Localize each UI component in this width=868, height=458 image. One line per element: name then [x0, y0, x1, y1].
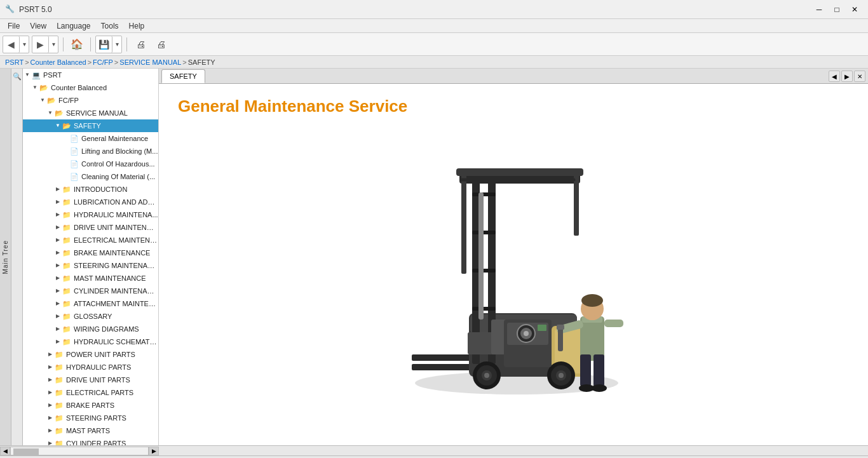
- tree-toggle-attachment[interactable]: ▶: [53, 299, 62, 308]
- tree-toggle-power-unit-parts[interactable]: ▶: [46, 350, 55, 359]
- tree-item-introduction[interactable]: ▶📁INTRODUCTION: [23, 183, 158, 196]
- tree-panel[interactable]: ▼💻PSRT▼📂Counter Balanced▼📂FC/FP▼📂SERVICE…: [23, 69, 158, 445]
- print2-button[interactable]: 🖨: [152, 36, 170, 53]
- forward-dropdown-button[interactable]: ▾: [49, 36, 58, 53]
- tree-toggle-psrt[interactable]: ▼: [23, 71, 32, 79]
- tree-item-brake-parts[interactable]: ▶📁BRAKE PARTS: [23, 399, 158, 412]
- tree-item-safety[interactable]: ▼📂SAFETY: [23, 119, 158, 132]
- tree-item-mast-parts[interactable]: ▶📁MAST PARTS: [23, 424, 158, 437]
- back-button[interactable]: ◀: [3, 36, 20, 53]
- svg-rect-12: [472, 307, 496, 311]
- menu-tools[interactable]: Tools: [96, 20, 124, 32]
- tree-toggle-cylinder-parts[interactable]: ▶: [46, 439, 55, 445]
- tree-item-lifting-blocking[interactable]: 📄Lifting and Blocking (M...: [23, 145, 158, 158]
- tree-toggle-mast[interactable]: ▶: [53, 274, 62, 283]
- tree-item-general-maintenance[interactable]: 📄General Maintenance: [23, 132, 158, 145]
- tree-toggle-electrical[interactable]: ▶: [53, 236, 62, 245]
- tree-item-drive-unit-parts[interactable]: ▶📁DRIVE UNIT PARTS: [23, 374, 158, 386]
- tree-toggle-brake-parts[interactable]: ▶: [46, 401, 55, 410]
- tree-item-attachment[interactable]: ▶📁ATTACHMENT MAINTENA...: [23, 297, 158, 310]
- tree-toggle-brake[interactable]: ▶: [53, 248, 62, 257]
- h-scroll-left[interactable]: ◀ ▶: [0, 447, 159, 455]
- tree-toggle-steering-parts[interactable]: ▶: [46, 414, 55, 422]
- tree-toggle-mast-parts[interactable]: ▶: [46, 426, 55, 435]
- tree-item-lubrication[interactable]: ▶📁LUBRICATION AND ADJU...: [23, 196, 158, 208]
- scroll-right-button[interactable]: ▶: [149, 447, 159, 455]
- tree-item-power-unit-parts[interactable]: ▶📁POWER UNIT PARTS: [23, 348, 158, 361]
- tree-toggle-cylinder-maint[interactable]: ▶: [53, 286, 62, 295]
- tree-item-fc-fp[interactable]: ▼📂FC/FP: [23, 94, 158, 107]
- tree-item-cylinder-parts[interactable]: ▶📁CYLINDER PARTS: [23, 437, 158, 445]
- tree-item-electrical[interactable]: ▶📁ELECTRICAL MAINTENA...: [23, 234, 158, 246]
- breadcrumb-counter-balanced[interactable]: Counter Balanced: [31, 58, 86, 66]
- tree-toggle-counter-balanced[interactable]: ▼: [31, 83, 39, 92]
- tree-item-service-manual[interactable]: ▼📂SERVICE MANUAL: [23, 107, 158, 119]
- save-dropdown-button[interactable]: ▾: [112, 36, 121, 53]
- tree-label-drive-unit-parts: DRIVE UNIT PARTS: [66, 375, 130, 385]
- tree-toggle-service-manual[interactable]: ▼: [46, 109, 55, 118]
- tree-item-steering-parts[interactable]: ▶📁STEERING PARTS: [23, 412, 158, 424]
- tree-toggle-electrical-parts[interactable]: ▶: [46, 388, 55, 397]
- left-panel: Main Tree 🔍 ▼💻PSRT▼📂Counter Balanced▼📂FC…: [0, 69, 159, 445]
- tree-toggle-hydraulic-parts[interactable]: ▶: [46, 363, 55, 372]
- home-button[interactable]: 🏠: [68, 36, 86, 53]
- svg-rect-40: [604, 320, 623, 327]
- save-button[interactable]: 💾: [96, 36, 112, 53]
- tree-item-mast[interactable]: ▶📁MAST MAINTENANCE: [23, 272, 158, 285]
- tree-toggle-lubrication[interactable]: ▶: [53, 198, 62, 206]
- tree-toggle-hydraulic-maint[interactable]: ▶: [53, 210, 62, 219]
- tree-toggle-hydraulic-schema[interactable]: ▶: [53, 337, 62, 346]
- minimize-button[interactable]: ─: [811, 3, 827, 16]
- tree-item-counter-balanced[interactable]: ▼📂Counter Balanced: [23, 81, 158, 94]
- close-button[interactable]: ✕: [846, 3, 863, 16]
- tree-toggle-glossary[interactable]: ▶: [53, 312, 62, 321]
- tree-item-steering[interactable]: ▶📁STEERING MAINTENANC...: [23, 259, 158, 272]
- tree-label-fc-fp: FC/FP: [58, 95, 79, 105]
- menu-language[interactable]: Language: [51, 20, 95, 32]
- svg-rect-18: [478, 192, 484, 320]
- breadcrumb-service-manual[interactable]: SERVICE MANUAL: [119, 58, 181, 66]
- tree-toggle-safety[interactable]: ▼: [53, 121, 62, 130]
- tree-item-brake[interactable]: ▶📁BRAKE MAINTENANCE: [23, 246, 158, 259]
- separator-3: [126, 37, 127, 51]
- scroll-left-button[interactable]: ◀: [0, 447, 10, 455]
- tree-item-control-hazardous[interactable]: 📄Control Of Hazardous...: [23, 158, 158, 170]
- tab-back-button[interactable]: ◀: [829, 71, 840, 82]
- tree-item-cylinder-maint[interactable]: ▶📁CYLINDER MAINTENANC...: [23, 285, 158, 297]
- tab-safety[interactable]: SAFETY: [161, 69, 205, 83]
- h-scroll-track: [10, 447, 149, 455]
- tab-forward-button[interactable]: ▶: [841, 71, 853, 82]
- search-panel-button[interactable]: 🔍: [12, 71, 22, 81]
- tree-toggle-steering[interactable]: ▶: [53, 261, 62, 270]
- menu-file[interactable]: File: [3, 20, 25, 32]
- back-dropdown-button[interactable]: ▾: [20, 36, 29, 53]
- tree-item-psrt[interactable]: ▼💻PSRT: [23, 69, 158, 81]
- tree-item-hydraulic-schema[interactable]: ▶📁HYDRAULIC SCHEMATIC...: [23, 335, 158, 348]
- breadcrumb-psrt[interactable]: PSRT: [5, 58, 24, 66]
- forward-button[interactable]: ▶: [32, 36, 49, 53]
- tree-toggle-drive-unit-parts[interactable]: ▶: [46, 375, 55, 384]
- tree-toggle-fc-fp[interactable]: ▼: [38, 96, 47, 105]
- tree-toggle-drive-unit[interactable]: ▶: [53, 223, 62, 232]
- menu-help[interactable]: Help: [124, 20, 150, 32]
- tree-item-wiring[interactable]: ▶📁WIRING DIAGRAMS: [23, 323, 158, 335]
- tree-label-brake: BRAKE MAINTENANCE: [74, 248, 150, 258]
- tree-item-electrical-parts[interactable]: ▶📁ELECTRICAL PARTS: [23, 386, 158, 399]
- tree-item-cleaning-material[interactable]: 📄Cleaning Of Material (...: [23, 170, 158, 183]
- tree-label-electrical-parts: ELECTRICAL PARTS: [66, 387, 133, 398]
- breadcrumb-fc-fp[interactable]: FC/FP: [93, 58, 113, 66]
- tree-toggle-wiring[interactable]: ▶: [53, 325, 62, 333]
- tree-label-drive-unit: DRIVE UNIT MAINTENAN...: [74, 222, 158, 232]
- tab-close-button[interactable]: ✕: [854, 71, 865, 82]
- tree-label-lubrication: LUBRICATION AND ADJU...: [74, 197, 158, 207]
- menu-view[interactable]: View: [25, 20, 51, 32]
- tree-item-drive-unit[interactable]: ▶📁DRIVE UNIT MAINTENAN...: [23, 221, 158, 234]
- tree-item-hydraulic-parts[interactable]: ▶📁HYDRAULIC PARTS: [23, 361, 158, 374]
- maximize-button[interactable]: □: [829, 3, 845, 16]
- print-button[interactable]: 🖨: [132, 36, 149, 53]
- tree-label-cylinder-parts: CYLINDER PARTS: [66, 438, 126, 445]
- tree-item-glossary[interactable]: ▶📁GLOSSARY: [23, 310, 158, 323]
- tree-item-hydraulic-maint[interactable]: ▶📁HYDRAULIC MAINTENA...: [23, 208, 158, 221]
- tree-toggle-introduction[interactable]: ▶: [53, 185, 62, 194]
- h-scroll-thumb[interactable]: [13, 448, 39, 455]
